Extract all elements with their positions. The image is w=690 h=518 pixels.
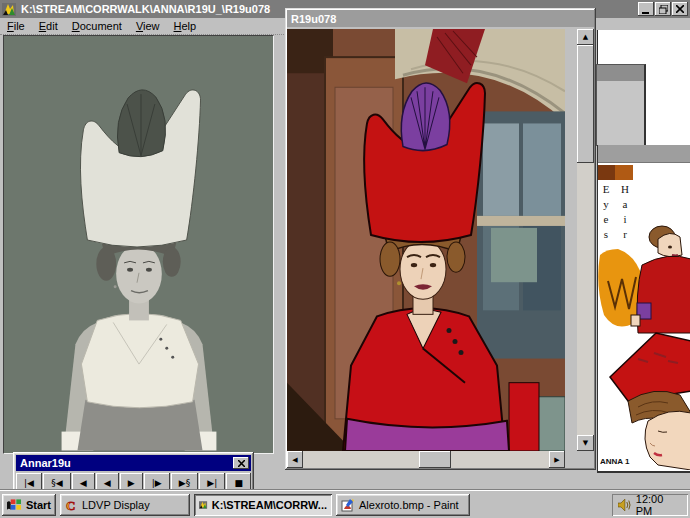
vertical-scroll-thumb[interactable] <box>577 45 594 163</box>
task-label: LDVP Display <box>82 499 150 511</box>
task-paint[interactable]: Alexroto.bmp - Paint <box>336 494 470 516</box>
player-close-button[interactable] <box>233 457 249 469</box>
image-canvas[interactable] <box>287 29 565 451</box>
task-label: Alexroto.bmp - Paint <box>359 499 459 511</box>
corridor-windows <box>477 111 565 358</box>
hair-color-swatch <box>615 165 633 180</box>
minimize-icon <box>642 5 650 14</box>
task-kstream[interactable]: K:\STREAM\CORRW... <box>194 494 332 516</box>
character-sheet-body: Eyes Hair ANNA 1 <box>598 163 690 470</box>
fast-rewind-icon: ◀ <box>80 478 87 488</box>
desktop: K:\STREAM\CORRWALK\ANNA\R19U_\R19u078 Fi… <box>0 0 690 518</box>
start-button[interactable]: Start <box>2 494 56 516</box>
scroll-right-button[interactable]: ▶ <box>549 451 565 468</box>
background-gray-window-titlebar <box>597 65 644 81</box>
grayscale-photo-panel[interactable] <box>3 35 274 454</box>
svg-text:C: C <box>66 499 75 512</box>
grayscale-photo <box>4 36 271 451</box>
menu-edit[interactable]: Edit <box>32 19 65 33</box>
restore-icon <box>659 5 668 14</box>
task-ldvp-display[interactable]: C LDVP Display <box>60 494 190 516</box>
menu-help[interactable]: Help <box>167 19 204 33</box>
scroll-right-icon: ▶ <box>554 456 559 464</box>
image-window[interactable]: R19u078 <box>285 8 596 470</box>
next-marker-icon: ▶§ <box>179 478 190 488</box>
scroll-down-icon: ▼ <box>583 439 588 447</box>
start-label: Start <box>26 499 51 511</box>
clock: 12:00 PM <box>636 493 682 517</box>
eyes-label: Eyes <box>600 183 612 243</box>
menu-file[interactable]: File <box>0 19 32 33</box>
scroll-left-icon: ◀ <box>292 456 297 464</box>
taskbar: Start C LDVP Display K:\STREAM\CORRW... <box>0 490 690 518</box>
character-sheet-titlebar[interactable] <box>598 145 690 163</box>
scroll-left-button[interactable]: ◀ <box>287 451 303 468</box>
horizontal-scrollbar[interactable]: ◀ ▶ <box>287 451 565 468</box>
menu-document[interactable]: Document <box>65 19 129 33</box>
close-button[interactable] <box>672 2 688 16</box>
step-forward-icon: |▶ <box>152 478 162 488</box>
player-title: Annar19u <box>20 457 71 469</box>
stop-icon: ■ <box>234 478 243 488</box>
system-tray[interactable]: 12:00 PM <box>612 494 688 516</box>
scroll-up-icon: ▲ <box>583 33 588 41</box>
vertical-scrollbar[interactable]: ▲ ▼ <box>577 29 594 451</box>
close-icon <box>676 5 684 13</box>
windows-flag-icon <box>7 498 22 512</box>
scroll-down-button[interactable]: ▼ <box>577 435 594 451</box>
character-sheet-window[interactable]: Eyes Hair ANNA 1 <box>597 145 690 473</box>
step-back-icon: ◀ <box>104 478 111 488</box>
main-window-title: K:\STREAM\CORRWALK\ANNA\R19U_\R19u078 <box>21 3 270 15</box>
menu-view[interactable]: View <box>129 19 167 33</box>
restore-button[interactable] <box>655 2 671 16</box>
paint-icon <box>341 498 355 512</box>
background-gray-window <box>596 64 646 146</box>
minimize-button[interactable] <box>638 2 654 16</box>
hair-label: Hair <box>619 183 631 243</box>
sheet-caption: ANNA 1 <box>600 457 629 466</box>
speaker-icon <box>618 499 631 511</box>
jump-to-start-icon: |◀ <box>24 478 34 488</box>
app-icon <box>2 2 17 17</box>
scrollbar-corner <box>577 451 594 468</box>
player-titlebar[interactable]: Annar19u <box>16 455 251 471</box>
play-forward-icon: ▶ <box>128 478 135 488</box>
task-label: K:\STREAM\CORRW... <box>212 499 327 511</box>
colorized-illustration <box>287 29 565 451</box>
prev-marker-icon: §◀ <box>51 478 62 488</box>
horizontal-scroll-thumb[interactable] <box>419 451 451 468</box>
jump-to-end-icon: ▶| <box>207 478 217 488</box>
image-window-titlebar[interactable]: R19u078 <box>287 10 594 27</box>
image-window-title: R19u078 <box>291 13 336 25</box>
app-icon <box>199 498 208 512</box>
close-icon <box>238 460 245 467</box>
scroll-up-button[interactable]: ▲ <box>577 29 594 45</box>
ldvp-icon: C <box>65 499 78 512</box>
eyes-color-swatch <box>598 165 615 180</box>
